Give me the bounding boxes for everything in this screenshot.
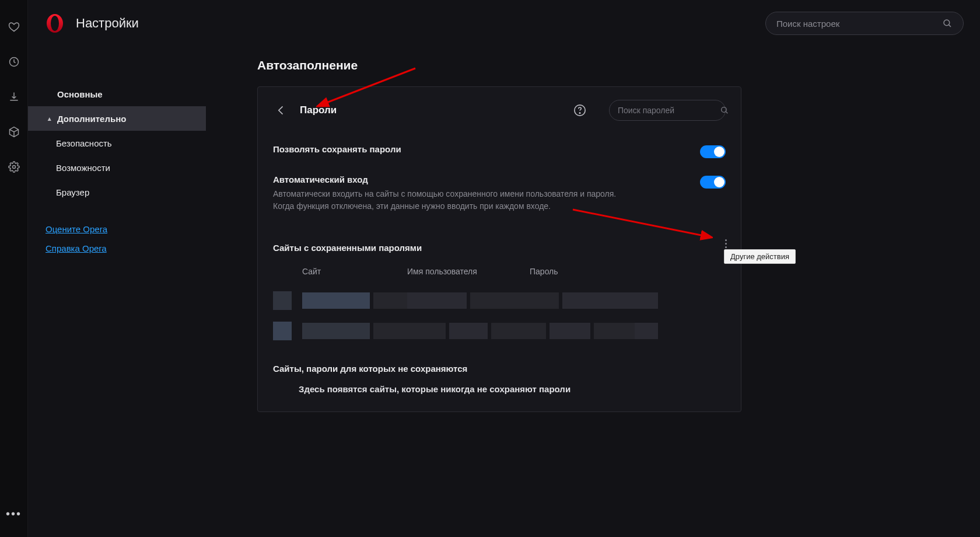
opera-help-link[interactable]: Справка Opera (46, 243, 206, 253)
panel-title: Пароли (300, 104, 561, 116)
passwords-search-input[interactable] (618, 106, 720, 115)
table-header: Сайт Имя пользователя Пароль (273, 263, 726, 285)
sidebar-item-label: Возможности (56, 163, 110, 173)
search-icon (942, 18, 953, 29)
col-password: Пароль (530, 267, 635, 276)
sidebar-item-security[interactable]: Безопасность (28, 131, 206, 155)
table-row[interactable] (273, 316, 726, 346)
svg-point-4 (944, 20, 950, 26)
download-icon[interactable] (8, 91, 20, 103)
sidebar-item-label: Основные (57, 89, 103, 99)
setting-description: Автоматически входить на сайты с помощью… (273, 188, 623, 212)
gear-icon[interactable] (8, 161, 20, 173)
rate-opera-link[interactable]: Оцените Opera (46, 224, 206, 234)
heart-icon[interactable] (8, 21, 20, 33)
setting-auto-signin: Автоматический вход Автоматически входит… (273, 171, 726, 225)
svg-point-3 (51, 16, 59, 31)
history-icon[interactable] (8, 56, 20, 68)
chevron-up-icon: ▴ (46, 115, 54, 123)
topbar: Настройки (28, 0, 980, 47)
left-rail: ••• (0, 0, 28, 537)
toggle-offer-save[interactable] (700, 145, 726, 158)
passwords-panel: Пароли Позволять сохранять пароли (257, 86, 741, 412)
back-button[interactable] (273, 102, 289, 118)
svg-line-8 (325, 68, 415, 103)
svg-point-1 (12, 166, 15, 169)
passwords-search[interactable] (609, 100, 726, 121)
sidebar-item-browser[interactable]: Браузер (28, 180, 206, 204)
cube-icon[interactable] (8, 126, 20, 138)
sidebar-item-advanced[interactable]: ▴ Дополнительно (28, 106, 206, 131)
app: Настройки Основные ▴ Дополнительно Безоп… (28, 0, 980, 537)
sidebar-item-basic[interactable]: Основные (28, 82, 206, 106)
col-site: Сайт (302, 267, 407, 276)
page-title: Настройки (76, 16, 139, 31)
setting-label: Позволять сохранять пароли (273, 144, 700, 154)
section-heading: Автозаполнение (257, 58, 957, 72)
svg-point-6 (579, 113, 580, 113)
more-actions-tooltip: Другие действия (724, 249, 796, 264)
more-actions-button[interactable] (720, 236, 732, 250)
saved-passwords-heading: Сайты с сохраненными паролями (273, 243, 726, 253)
settings-search[interactable] (765, 12, 964, 35)
svg-point-7 (722, 107, 727, 113)
search-icon (720, 106, 729, 115)
opera-logo-icon (44, 13, 65, 34)
sidebar-item-features[interactable]: Возможности (28, 155, 206, 180)
sidebar-item-label: Браузер (56, 187, 89, 197)
settings-sidebar: Основные ▴ Дополнительно Безопасность Во… (28, 47, 206, 537)
toggle-auto-signin[interactable] (700, 176, 726, 189)
content: Автозаполнение Пароли (206, 47, 980, 537)
more-icon[interactable]: ••• (6, 507, 22, 521)
passwords-table: Сайт Имя пользователя Пароль (273, 263, 726, 346)
never-save-empty: Здесь появятся сайты, которые никогда не… (273, 384, 726, 394)
help-icon[interactable] (572, 102, 588, 118)
setting-offer-save-passwords: Позволять сохранять пароли (273, 141, 726, 171)
never-save-heading: Сайты, пароли для которых не сохраняются (273, 364, 726, 374)
col-user: Имя пользователя (407, 267, 530, 276)
sidebar-item-label: Безопасность (56, 138, 112, 148)
setting-label: Автоматический вход (273, 175, 700, 184)
table-row[interactable] (273, 285, 726, 316)
sidebar-item-label: Дополнительно (57, 114, 126, 124)
settings-search-input[interactable] (776, 19, 942, 29)
